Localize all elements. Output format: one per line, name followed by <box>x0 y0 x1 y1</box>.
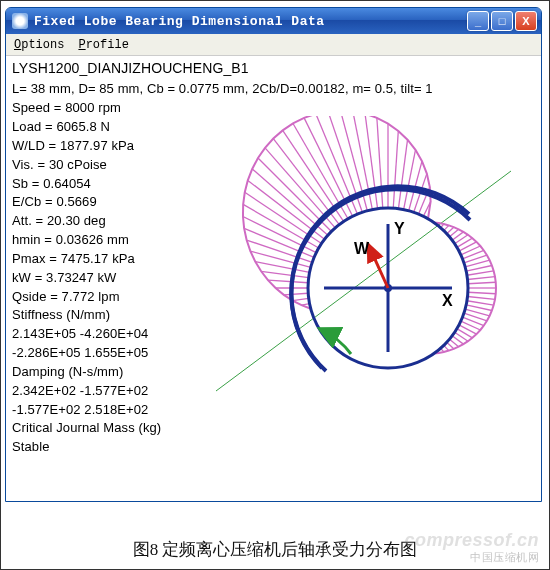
load-line: Load = 6065.8 N <box>12 118 433 137</box>
qside-line: Qside = 7.772 lpm <box>12 288 433 307</box>
att-line: Att. = 20.30 deg <box>12 212 433 231</box>
close-button[interactable]: X <box>515 11 537 31</box>
stable-line: Stable <box>12 438 433 457</box>
watermark: compressof.cn 中国压缩机网 <box>404 531 539 563</box>
svg-line-46 <box>459 325 477 334</box>
window-title: Fixed Lobe Bearing Dimensional Data <box>34 14 467 29</box>
vis-line: Vis. = 30 cPoise <box>12 156 433 175</box>
ecb-line: E/Cb = 0.5669 <box>12 193 433 212</box>
client-area: LYSH1200_DIANJIZHOUCHENG_B1 L= 38 mm, D=… <box>6 56 541 501</box>
maximize-button[interactable]: □ <box>491 11 513 31</box>
wld-line: W/LD = 1877.97 kPa <box>12 137 433 156</box>
watermark-line1: compressof.cn <box>404 531 539 551</box>
titlebar[interactable]: Fixed Lobe Bearing Dimensional Data _ □ … <box>6 8 541 34</box>
damp-row1: 2.342E+02 -1.577E+02 <box>12 382 433 401</box>
svg-line-59 <box>466 265 492 271</box>
stiff-head: Stiffness (N/mm) <box>12 306 433 325</box>
app-icon <box>12 13 28 29</box>
kw-line: kW = 3.73247 kW <box>12 269 433 288</box>
svg-line-57 <box>468 277 495 280</box>
geom-line: L= 38 mm, D= 85 mm, Cb = 0.0775 mm, 2Cb/… <box>12 80 433 99</box>
menubar: Options Profile <box>6 34 541 56</box>
watermark-line2: 中国压缩机网 <box>404 551 539 563</box>
pmax-line: Pmax = 7475.17 kPa <box>12 250 433 269</box>
stiff-row1: 2.143E+05 -4.260E+04 <box>12 325 433 344</box>
svg-line-64 <box>459 242 477 251</box>
svg-line-54 <box>468 292 496 293</box>
sb-line: Sb = 0.64054 <box>12 175 433 194</box>
damp-head: Damping (N-s/mm) <box>12 363 433 382</box>
stiff-row2: -2.286E+05 1.655E+05 <box>12 344 433 363</box>
cjm-line: Critical Journal Mass (kg) <box>12 419 433 438</box>
svg-line-51 <box>466 305 492 311</box>
menu-profile[interactable]: Profile <box>74 36 132 54</box>
svg-line-58 <box>467 271 494 275</box>
data-block: LYSH1200_DIANJIZHOUCHENG_B1 L= 38 mm, D=… <box>12 58 433 457</box>
minimize-button[interactable]: _ <box>467 11 489 31</box>
speed-line: Speed = 8000 rpm <box>12 99 433 118</box>
menu-options[interactable]: Options <box>10 36 68 54</box>
x-axis-label: X <box>442 292 453 309</box>
damp-row2: -1.577E+02 2.518E+02 <box>12 401 433 420</box>
svg-line-56 <box>468 282 496 283</box>
hmin-line: hmin = 0.03626 mm <box>12 231 433 250</box>
bearing-name: LYSH1200_DIANJIZHOUCHENG_B1 <box>12 58 433 78</box>
svg-line-52 <box>467 301 494 305</box>
svg-line-53 <box>468 297 495 300</box>
